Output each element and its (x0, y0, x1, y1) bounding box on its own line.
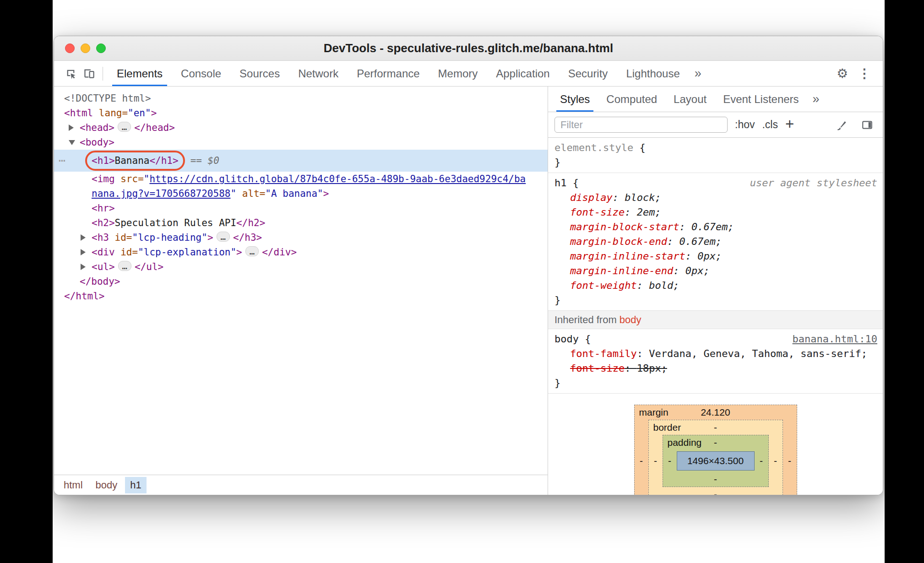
box-model-border: border - - padding - (648, 420, 783, 495)
dom-node-doctype[interactable]: <!DOCTYPE html> (54, 91, 548, 106)
tab-layout[interactable]: Layout (665, 87, 715, 112)
dom-node-body-open[interactable]: <body> (54, 135, 548, 150)
toggle-element-state-button[interactable]: :hov (735, 119, 755, 131)
margin-left-value: - (635, 420, 648, 495)
tab-console[interactable]: Console (172, 61, 230, 86)
css-declaration[interactable]: font-family: Verdana, Geneva, Tahoma, sa… (554, 346, 878, 361)
dom-node-div[interactable]: <div id="lcp-explanation">…</div> (54, 245, 548, 260)
toolbar-separator (103, 67, 103, 81)
zoom-button[interactable] (96, 43, 106, 53)
border-right-value: - (769, 435, 783, 487)
expand-arrow-icon[interactable] (81, 249, 86, 255)
new-style-rule-icon[interactable]: + (785, 119, 794, 129)
border-top-value: - (714, 422, 717, 433)
breadcrumb-html[interactable]: html (59, 477, 88, 493)
expand-arrow-icon[interactable] (81, 234, 86, 241)
dom-tree: <!DOCTYPE html> <html lang="en"> <head>…… (54, 87, 548, 475)
tab-sources[interactable]: Sources (230, 61, 289, 86)
padding-bottom-value: - (663, 472, 768, 487)
breadcrumb-h1[interactable]: h1 (125, 477, 146, 493)
window-title: DevTools - speculative-rules.glitch.me/b… (54, 36, 883, 60)
tab-styles[interactable]: Styles (552, 87, 598, 112)
gear-icon[interactable]: ⚙ (831, 66, 853, 81)
console-reference-badge: == $0 (190, 153, 219, 168)
dom-node-head[interactable]: <head>…</head> (54, 120, 548, 135)
dom-node-html-open[interactable]: <html lang="en"> (54, 106, 548, 120)
tab-memory[interactable]: Memory (429, 61, 487, 86)
box-model-diagram[interactable]: margin 24.120 - border - - (548, 394, 883, 495)
collapse-arrow-icon[interactable] (69, 140, 75, 145)
filter-input[interactable] (554, 117, 728, 133)
inspect-element-icon[interactable] (61, 65, 80, 83)
content-size-value: 1496×43.500 (687, 455, 744, 466)
styles-pane: element.style { } h1 { user agent styles… (548, 138, 883, 495)
css-declaration[interactable]: margin-block-end: 0.67em; (554, 234, 878, 249)
tab-performance[interactable]: Performance (348, 61, 429, 86)
expand-arrow-icon[interactable] (81, 264, 86, 270)
element-style-section[interactable]: element.style { } (548, 138, 883, 173)
margin-right-value: - (783, 420, 797, 495)
padding-top-value: - (714, 437, 717, 448)
css-declaration[interactable]: font-weight: bold; (554, 278, 878, 293)
css-declaration[interactable]: margin-block-start: 0.67em; (554, 220, 878, 234)
tab-application[interactable]: Application (487, 61, 559, 86)
padding-left-value: - (663, 450, 677, 472)
traffic-lights (65, 36, 106, 60)
breadcrumb-body[interactable]: body (91, 477, 123, 493)
more-panels-icon[interactable]: » (689, 66, 707, 81)
devtools-window: DevTools - speculative-rules.glitch.me/b… (54, 36, 883, 495)
body-node-link[interactable]: body (620, 314, 641, 325)
inherited-from-label: Inherited from (554, 314, 620, 325)
annotation-oval: <h1>Banana</h1> (85, 151, 185, 171)
devtools-content: <!DOCTYPE html> <html lang="en"> <head>…… (54, 87, 883, 495)
close-button[interactable] (65, 43, 75, 53)
tab-event-listeners[interactable]: Event Listeners (715, 87, 807, 112)
dom-node-html-close[interactable]: </html> (54, 289, 548, 303)
tab-lighthouse[interactable]: Lighthouse (617, 61, 689, 86)
css-declaration-overridden[interactable]: font-size: 18px; (554, 361, 878, 376)
more-sidebar-tabs-icon[interactable]: » (807, 92, 825, 106)
more-actions-icon[interactable]: ⋯ (59, 153, 65, 168)
box-model-margin: margin 24.120 - border - - (634, 405, 797, 495)
inherited-from-header: Inherited from body (548, 311, 883, 329)
stylesheet-source-link[interactable]: banana.html:10 (793, 332, 877, 346)
tab-security[interactable]: Security (559, 61, 617, 86)
margin-top-value: 24.120 (701, 407, 730, 417)
tab-network[interactable]: Network (289, 61, 348, 86)
elements-panel: <!DOCTYPE html> <html lang="en"> <head>…… (54, 87, 548, 495)
dom-node-ul[interactable]: <ul>…</ul> (54, 260, 548, 274)
element-classes-button[interactable]: .cls (762, 119, 778, 131)
styles-toolbar: :hov .cls + (548, 112, 883, 138)
sidebar-tabs: Styles Computed Layout Event Listeners » (548, 87, 883, 112)
body-rule-section[interactable]: body { banana.html:10 font-family: Verda… (548, 329, 883, 394)
dom-node-h1-selected[interactable]: ⋯ <h1>Banana</h1> == $0 (54, 150, 548, 172)
padding-label: padding (668, 435, 702, 450)
breadcrumb: html body h1 (54, 475, 548, 495)
kebab-menu-icon[interactable]: ⋮ (853, 66, 875, 81)
styles-sidebar: Styles Computed Layout Event Listeners »… (548, 87, 883, 495)
dom-node-h3[interactable]: <h3 id="lcp-heading">…</h3> (54, 230, 548, 245)
expand-arrow-icon[interactable] (69, 125, 74, 131)
screen-bezel-right (885, 0, 924, 563)
dom-node-body-close[interactable]: </body> (54, 274, 548, 289)
element-style-selector: element.style { (554, 141, 878, 155)
padding-right-value: - (755, 450, 768, 472)
device-toolbar-icon[interactable] (80, 65, 98, 83)
stylesheet-origin: user agent stylesheet (750, 176, 877, 190)
dom-node-img[interactable]: <img src="https://cdn.glitch.global/87b4… (54, 172, 548, 201)
dom-node-h2[interactable]: <h2>Speculation Rules API</h2> (54, 216, 548, 230)
devtools-toolbar: Elements Console Sources Network Perform… (54, 61, 883, 87)
css-declaration[interactable]: margin-inline-start: 0px; (554, 249, 878, 264)
css-declaration[interactable]: font-size: 2em; (554, 205, 878, 220)
h1-rule-section[interactable]: h1 { user agent stylesheet display: bloc… (548, 173, 883, 311)
dom-node-hr[interactable]: <hr> (54, 201, 548, 216)
rendering-emulation-icon[interactable] (832, 116, 851, 134)
dock-side-icon[interactable] (858, 116, 876, 134)
css-declaration[interactable]: display: block; (554, 190, 878, 205)
css-declaration[interactable]: margin-inline-end: 0px; (554, 264, 878, 278)
tab-computed[interactable]: Computed (598, 87, 665, 112)
panel-tabs: Elements Console Sources Network Perform… (108, 61, 689, 86)
closing-brace: } (554, 376, 878, 390)
minimize-button[interactable] (81, 43, 90, 53)
tab-elements[interactable]: Elements (108, 61, 172, 86)
